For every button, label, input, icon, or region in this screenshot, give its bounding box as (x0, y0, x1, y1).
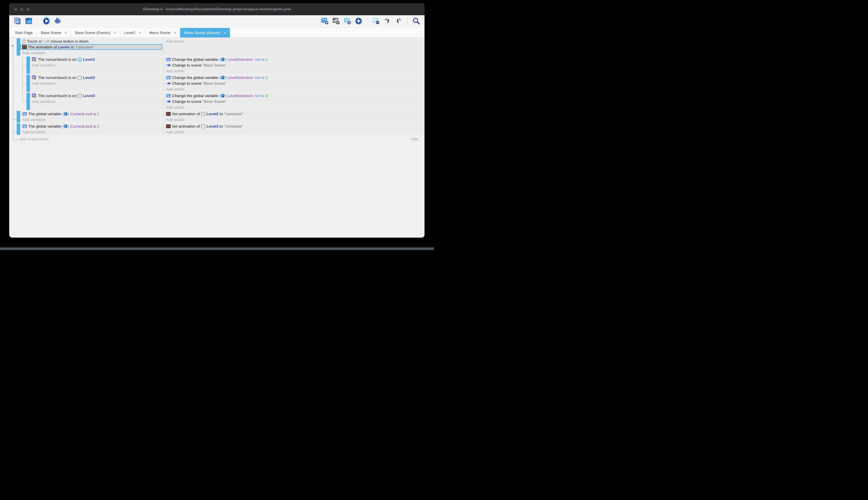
text-segment: LevelSelection: (228, 76, 254, 80)
text-segment: The animation of (28, 45, 58, 49)
tab-level1[interactable]: Level1× (120, 28, 145, 37)
add-condition-row[interactable]: Add condition (20, 117, 164, 122)
animation-icon (22, 45, 27, 49)
text-segment: Change the global variable (172, 94, 219, 98)
redo-button[interactable] (394, 17, 403, 26)
action-row[interactable]: Change to scene "Base Scene" (164, 62, 424, 68)
condition-row[interactable]: VarThe global variable {}CurrentLevel ≥ … (20, 123, 164, 129)
add-more-button[interactable]: Add... (411, 137, 421, 141)
tab-start-page[interactable]: Start Page (11, 28, 37, 37)
tab-base-scene-events[interactable]: Base Scene (Events)× (71, 28, 120, 37)
tab-close-icon[interactable]: × (224, 31, 226, 35)
text-segment: Levels (58, 45, 70, 49)
toolbar-separator (37, 18, 38, 26)
project-manager-button[interactable] (13, 17, 22, 26)
actions-column: Set animation of Level3 to "Unlocked"Add… (164, 123, 424, 135)
event-tree-line (22, 57, 23, 101)
conditions-column: VarThe global variable {}CurrentLevel ≥ … (20, 111, 164, 122)
svg-text:Var: Var (167, 76, 171, 79)
add-event-button[interactable] (320, 17, 329, 26)
tab-close-icon[interactable]: × (139, 31, 141, 35)
add-action-row[interactable]: Add action (164, 86, 424, 92)
scene-editor-button[interactable] (24, 17, 33, 26)
action-row[interactable]: VarChange the global variable {}LevelSel… (164, 56, 424, 62)
add-action-row[interactable]: Add action (164, 38, 424, 44)
text-segment: CurrentLevel (70, 124, 92, 128)
add-action-row[interactable]: Add action (164, 117, 424, 122)
window-title: GDevelop 5 - /Users/dkarakay/Documents/G… (9, 7, 424, 11)
text-segment: Set animation of (172, 112, 201, 116)
condition-row[interactable]: The cursor/touch is on 1Level1 (30, 56, 164, 62)
add-action-row[interactable]: Add action (164, 129, 424, 135)
conditions-column: The cursor/touch is on Level2Add conditi… (30, 75, 164, 92)
zoom-window-button[interactable] (26, 8, 30, 11)
add-condition-row[interactable]: Add condition (20, 50, 164, 56)
tab-close-icon[interactable]: × (65, 31, 67, 35)
add-action-row[interactable]: Add action (164, 104, 424, 110)
conditions-column: The cursor/touch is on Level3Add conditi… (30, 93, 164, 110)
add-condition-row[interactable]: Add condition (30, 99, 164, 104)
preview-play-button[interactable] (42, 17, 51, 26)
add-new-circle-button[interactable] (354, 17, 363, 26)
add-subevent-button[interactable] (332, 17, 340, 26)
animation-icon (166, 124, 171, 128)
tab-close-icon[interactable]: × (114, 31, 116, 35)
action-row[interactable]: Set animation of Level3 to "Unlocked" (164, 123, 424, 129)
text-segment: Level3 (206, 124, 219, 128)
tab-menu-scene[interactable]: Menu Scene× (145, 28, 180, 37)
minimize-window-button[interactable] (20, 8, 23, 11)
action-row[interactable]: Change to scene "Base Scene" (164, 99, 424, 104)
tab-menu-scene-events[interactable]: Menu Scene (Events)× (180, 28, 230, 37)
undo-icon (383, 17, 391, 26)
add-condition-row[interactable]: Add condition (20, 129, 164, 135)
actions-column: VarChange the global variable {}LevelSel… (164, 56, 424, 74)
preview-play-icon (42, 17, 50, 26)
text-segment: 3 (97, 124, 99, 128)
var-icon: Var (166, 94, 171, 98)
condition-row[interactable]: VarThe global variable {}CurrentLevel ≥ … (20, 111, 164, 117)
condition-row[interactable]: The animation of Levels is "Unlocked" (20, 44, 162, 50)
undo-button[interactable] (383, 17, 392, 26)
add-condition-row[interactable]: Add condition (30, 62, 164, 68)
add-action-row[interactable]: Add action (164, 68, 424, 74)
text-segment: "Unlocked" (224, 112, 243, 116)
action-row[interactable]: Change to scene "Base Scene" (164, 80, 424, 86)
main-toolbar (9, 15, 424, 28)
add-event-icon (321, 17, 329, 26)
text-segment: The cursor/touch is on (38, 76, 78, 80)
search-button[interactable] (412, 17, 421, 26)
add-new-event-button[interactable]: Add a new event (20, 137, 49, 141)
event-tree-line (23, 83, 26, 83)
close-window-button[interactable] (14, 8, 17, 11)
text-segment: ≥ (92, 124, 97, 128)
text-segment: Set animation of (172, 124, 201, 128)
text-segment: mouse button is down (49, 39, 89, 44)
text-segment: Change to scene (172, 81, 203, 86)
action-row[interactable]: Set animation of Level2 to "Unlocked" (164, 111, 424, 117)
event-tree-line (23, 101, 26, 102)
globe-icon: {} (219, 94, 226, 98)
actions-column: VarChange the global variable {}LevelSel… (164, 75, 424, 92)
add-comment-button[interactable] (343, 17, 352, 26)
event-highlight-bar (17, 38, 20, 56)
remove-event-button[interactable] (372, 17, 380, 26)
toolbar-separator (367, 18, 367, 26)
action-row[interactable]: VarChange the global variable {}LevelSel… (164, 75, 424, 80)
tab-base-scene[interactable]: Base Scene× (37, 28, 71, 37)
condition-row[interactable]: The cursor/touch is on Level2 (30, 75, 164, 80)
toolbar-separator (407, 18, 408, 26)
redo-icon (395, 17, 403, 26)
action-row[interactable]: VarChange the global variable {}LevelSel… (164, 93, 424, 99)
add-condition-row[interactable]: Add condition (30, 80, 164, 86)
tab-close-icon[interactable]: × (174, 31, 176, 35)
debug-bug-button[interactable] (53, 17, 62, 26)
text-segment: 1 (266, 57, 268, 61)
condition-row[interactable]: Touch or Left mouse button is down (20, 38, 164, 44)
svg-text:1: 1 (79, 58, 80, 61)
globe-icon: {} (62, 124, 69, 128)
condition-row[interactable]: The cursor/touch is on Level3 (30, 93, 164, 99)
text-segment: "Unlocked" (75, 45, 94, 49)
text-segment: "Base Scene" (203, 81, 226, 86)
tab-label: Start Page (15, 31, 33, 35)
remove-event-icon (372, 17, 380, 26)
